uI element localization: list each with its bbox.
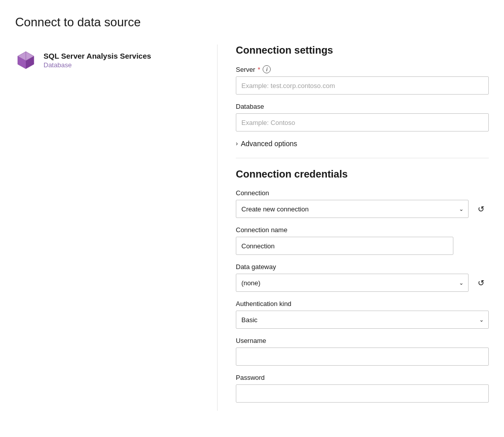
connection-name-input[interactable] [236,237,453,255]
server-label: Server * i [236,65,489,73]
section-divider [236,158,489,158]
connection-dropdown-row: Create new connection ⌄ ↺ [236,200,489,218]
service-info: SQL Server Analysis Services Database [44,52,151,69]
connection-label: Connection [236,189,489,197]
password-input[interactable] [236,384,489,403]
username-label: Username [236,337,489,344]
data-gateway-label: Data gateway [236,263,489,271]
connection-select-wrapper: Create new connection ⌄ [236,200,469,218]
database-label: Database [236,103,489,110]
server-field-group: Server * i [236,65,489,95]
database-input[interactable] [236,113,489,132]
service-type: Database [44,61,151,69]
connection-field-group: Connection Create new connection ⌄ ↺ [236,189,489,218]
username-field-group: Username [236,337,489,366]
data-gateway-refresh-button[interactable]: ↺ [473,275,489,291]
connection-refresh-button[interactable]: ↺ [473,201,489,217]
connection-settings-section: Connection settings Server * i Database [236,45,489,148]
password-label: Password [236,374,489,381]
advanced-options-toggle[interactable]: › Advanced options [236,140,489,148]
advanced-options-label: Advanced options [241,140,297,148]
connection-name-label: Connection name [236,226,489,234]
connection-name-field-group: Connection name [236,226,489,255]
data-gateway-select-wrapper: (none) ⌄ [236,274,469,292]
connection-select[interactable]: Create new connection [236,200,469,218]
sidebar: SQL Server Analysis Services Database [15,45,218,411]
server-input[interactable] [236,76,489,95]
auth-kind-label: Authentication kind [236,300,489,308]
password-field-group: Password [236,374,489,403]
username-input[interactable] [236,347,489,366]
data-gateway-select[interactable]: (none) [236,274,469,292]
server-info-icon[interactable]: i [263,65,271,73]
auth-kind-field-group: Authentication kind Basic Windows OAuth2… [236,300,489,329]
page-title: Connect to data source [15,15,489,29]
main-panel: Connection settings Server * i Database [218,45,489,411]
auth-kind-select-wrapper: Basic Windows OAuth2 ⌄ [236,311,489,329]
auth-kind-select[interactable]: Basic Windows OAuth2 [236,311,489,329]
required-indicator: * [258,66,260,73]
connection-settings-title: Connection settings [236,45,489,56]
service-icon [15,50,36,71]
service-item: SQL Server Analysis Services Database [15,45,202,76]
connection-credentials-section: Connection credentials Connection Create… [236,168,489,403]
connection-credentials-title: Connection credentials [236,168,489,180]
data-gateway-dropdown-row: (none) ⌄ ↺ [236,274,489,292]
data-gateway-field-group: Data gateway (none) ⌄ ↺ [236,263,489,292]
database-field-group: Database [236,103,489,132]
advanced-options-chevron-icon: › [236,140,238,147]
service-name: SQL Server Analysis Services [44,52,151,60]
